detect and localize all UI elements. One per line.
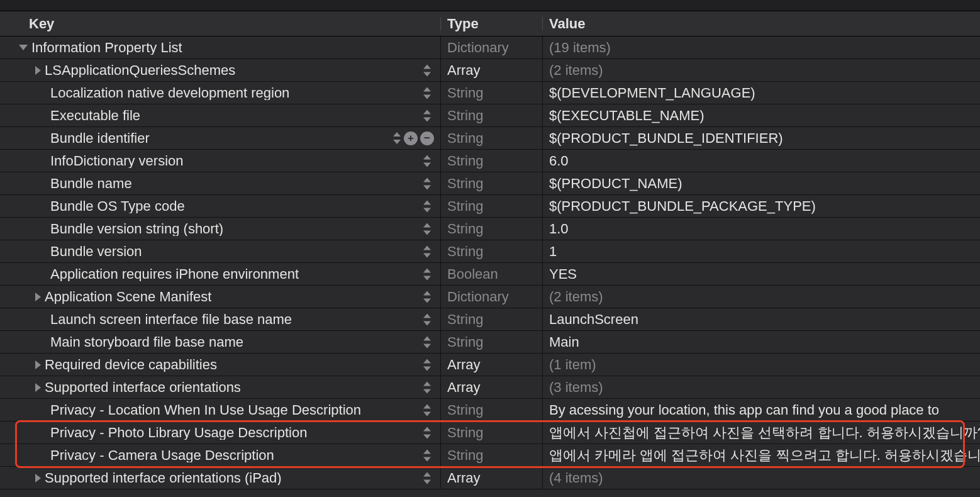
key-stepper[interactable] — [423, 313, 432, 325]
table-row[interactable]: Required device capabilitiesArray(1 item… — [0, 354, 980, 376]
key-stepper[interactable] — [423, 64, 432, 76]
table-row[interactable]: Application Scene ManifestDictionary(2 i… — [0, 286, 980, 308]
add-row-button[interactable]: + — [404, 131, 418, 145]
key-label: Supported interface orientations (iPad) — [45, 471, 282, 485]
type-cell[interactable]: Array — [440, 467, 542, 489]
value-cell[interactable]: $(PRODUCT_BUNDLE_IDENTIFIER) — [542, 127, 980, 149]
chevron-right-icon[interactable] — [35, 474, 41, 483]
type-cell[interactable]: Boolean — [440, 263, 542, 285]
value-cell[interactable]: $(PRODUCT_NAME) — [542, 172, 980, 194]
key-stepper[interactable] — [423, 87, 432, 99]
type-cell[interactable]: String — [440, 422, 542, 444]
table-row[interactable]: Privacy - Camera Usage DescriptionString… — [0, 444, 980, 467]
type-cell[interactable]: String — [440, 444, 542, 466]
table-row[interactable]: Localization native development regionSt… — [0, 82, 980, 104]
type-cell[interactable]: Array — [440, 354, 542, 376]
value-cell[interactable]: Main — [542, 331, 980, 353]
table-row[interactable]: Application requires iPhone environmentB… — [0, 263, 980, 286]
key-label: Privacy - Photo Library Usage Descriptio… — [50, 426, 307, 440]
type-cell[interactable]: String — [440, 82, 542, 104]
key-stepper[interactable] — [423, 155, 432, 167]
key-stepper[interactable] — [423, 109, 432, 121]
value-cell[interactable]: (2 items) — [542, 286, 980, 308]
type-cell[interactable]: String — [440, 308, 542, 330]
key-label: Bundle identifier — [50, 131, 150, 145]
type-cell[interactable]: String — [440, 150, 542, 172]
key-stepper[interactable] — [423, 359, 432, 371]
value-cell[interactable]: By acessing your location, this app can … — [542, 399, 980, 421]
key-stepper[interactable] — [423, 177, 432, 189]
value-cell[interactable]: 앱에서 사진첩에 접근하여 사진을 선택하려 합니다. 허용하시겠습니까? — [542, 422, 980, 444]
table-row[interactable]: Bundle versionString1 — [0, 240, 980, 263]
table-row[interactable]: Bundle identifier+−String$(PRODUCT_BUNDL… — [0, 127, 980, 150]
key-label: Main storyboard file base name — [50, 335, 243, 349]
key-label: LSApplicationQueriesSchemes — [45, 64, 235, 77]
root-value: (19 items) — [542, 36, 980, 59]
key-stepper[interactable] — [423, 200, 432, 212]
key-stepper[interactable] — [393, 132, 401, 144]
type-cell[interactable]: String — [440, 240, 542, 262]
table-row[interactable]: Privacy - Photo Library Usage Descriptio… — [0, 422, 980, 444]
table-row[interactable]: Bundle version string (short)String1.0 — [0, 218, 980, 240]
type-cell[interactable]: String — [440, 195, 542, 217]
key-stepper[interactable] — [423, 449, 432, 461]
type-cell[interactable]: Dictionary — [440, 286, 542, 308]
table-row[interactable]: Executable fileString$(EXECUTABLE_NAME) — [0, 104, 980, 127]
type-cell[interactable]: String — [440, 127, 542, 149]
key-stepper[interactable] — [423, 291, 432, 303]
chevron-right-icon[interactable] — [35, 293, 41, 301]
value-cell[interactable]: $(EXECUTABLE_NAME) — [542, 104, 980, 126]
key-stepper[interactable] — [423, 427, 432, 438]
type-cell[interactable]: Array — [440, 376, 542, 398]
value-cell[interactable]: (2 items) — [542, 59, 980, 81]
key-stepper[interactable] — [423, 268, 432, 280]
remove-row-button[interactable]: − — [420, 131, 434, 145]
key-stepper[interactable] — [423, 404, 432, 416]
value-cell[interactable]: 6.0 — [542, 150, 980, 172]
table-row[interactable]: Supported interface orientationsArray(3 … — [0, 376, 980, 399]
type-cell[interactable]: String — [440, 331, 542, 353]
table-row[interactable]: Main storyboard file base nameStringMain — [0, 331, 980, 354]
value-cell[interactable]: YES — [542, 263, 980, 285]
type-cell[interactable]: String — [440, 218, 542, 240]
value-cell[interactable]: $(PRODUCT_BUNDLE_PACKAGE_TYPE) — [542, 195, 980, 217]
value-cell[interactable]: (3 items) — [542, 376, 980, 398]
value-cell[interactable]: LaunchScreen — [542, 308, 980, 330]
value-cell[interactable]: 앱에서 카메라 앱에 접근하여 사진을 찍으려고 합니다. 허용하시겠습니까? — [542, 444, 980, 466]
root-row[interactable]: Information Property List Dictionary (19… — [0, 36, 980, 59]
table-row[interactable]: Bundle OS Type codeString$(PRODUCT_BUNDL… — [0, 195, 980, 218]
header-value[interactable]: Value — [542, 17, 980, 31]
table-row[interactable]: Bundle nameString$(PRODUCT_NAME) — [0, 172, 980, 195]
table-row[interactable]: Launch screen interface file base nameSt… — [0, 308, 980, 331]
chevron-right-icon[interactable] — [35, 360, 41, 369]
type-cell[interactable]: Array — [440, 59, 542, 81]
key-label: Executable file — [50, 109, 140, 123]
chevron-right-icon[interactable] — [35, 383, 41, 392]
type-cell[interactable]: String — [440, 172, 542, 194]
header-type[interactable]: Type — [440, 17, 542, 31]
value-cell[interactable]: 1.0 — [542, 218, 980, 240]
plist-table: Information Property List Dictionary (19… — [0, 36, 980, 489]
key-label: Application Scene Manifest — [45, 290, 211, 304]
header-key[interactable]: Key — [0, 17, 440, 31]
value-cell[interactable]: (4 items) — [542, 467, 980, 489]
value-cell[interactable]: 1 — [542, 240, 980, 262]
value-cell[interactable]: $(DEVELOPMENT_LANGUAGE) — [542, 82, 980, 104]
key-stepper[interactable] — [423, 223, 432, 235]
key-stepper[interactable] — [423, 245, 432, 257]
key-stepper[interactable] — [423, 381, 432, 393]
key-label: Localization native development region — [50, 86, 289, 100]
value-cell[interactable]: (1 item) — [542, 354, 980, 376]
disclosure-down-icon[interactable] — [19, 45, 28, 50]
key-label: Privacy - Camera Usage Description — [50, 449, 274, 462]
table-row[interactable]: InfoDictionary versionString6.0 — [0, 150, 980, 172]
key-stepper[interactable] — [423, 472, 432, 484]
table-row[interactable]: LSApplicationQueriesSchemesArray(2 items… — [0, 59, 980, 82]
type-cell[interactable]: String — [440, 104, 542, 126]
table-row[interactable]: Privacy - Location When In Use Usage Des… — [0, 399, 980, 422]
type-cell[interactable]: String — [440, 399, 542, 421]
table-row[interactable]: Supported interface orientations (iPad)A… — [0, 467, 980, 489]
key-label: Application requires iPhone environment — [50, 267, 299, 281]
chevron-right-icon[interactable] — [35, 66, 41, 75]
key-stepper[interactable] — [423, 336, 432, 348]
